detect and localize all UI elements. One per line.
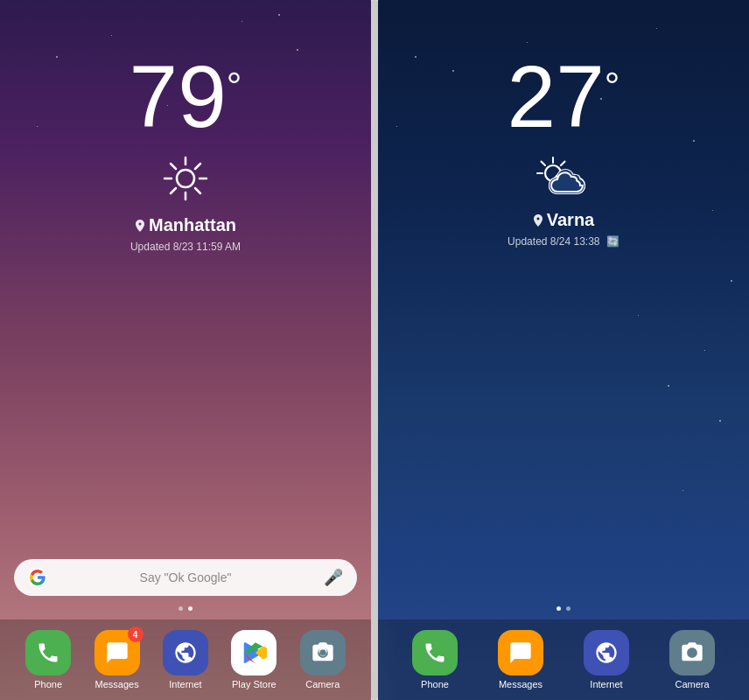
dots-indicator-left [0,606,371,611]
messages-label-left: Messages [95,679,139,690]
internet-label-left: Internet [169,679,201,690]
phone-svg-right [423,640,447,665]
app-phone-right[interactable]: Phone [410,630,459,690]
dock-left: Phone 4 Messages Internet [0,620,371,700]
search-hint-left[interactable]: Say "Ok Google" [56,570,315,584]
camera-label-right: Camera [675,679,709,690]
messages-label-right: Messages [499,679,542,690]
sun-icon [161,154,210,203]
dots-indicator-right [378,606,749,611]
dot-1-right [556,606,561,611]
spacer-right [378,330,749,607]
playstore-label-left: Play Store [232,679,276,690]
updated-text-right: Updated 8/24 13:38 🔄 [508,235,620,248]
messages-svg-right [508,640,533,665]
svg-line-16 [561,162,565,166]
app-playstore-left[interactable]: Play Store [229,630,278,690]
svg-line-14 [542,162,546,166]
temperature-right: 27 ° [508,52,620,140]
phone-icon-left[interactable] [25,630,71,676]
messages-icon-left[interactable]: 4 [94,630,140,676]
search-bar-left[interactable]: Say "Ok Google" 🎤 [14,559,357,596]
dot-2-left [188,606,192,611]
internet-icon-left[interactable] [163,630,208,676]
app-internet-left[interactable]: Internet [161,630,210,690]
svg-line-8 [171,188,176,193]
internet-svg-right [594,640,619,665]
search-bar-container-left: Say "Ok Google" 🎤 [0,559,371,596]
internet-svg-left [173,640,198,665]
camera-icon-left[interactable] [300,630,346,676]
phone-icon-right[interactable] [412,630,458,676]
temperature-left: 79 ° [130,52,242,140]
app-messages-right[interactable]: Messages [496,630,545,690]
internet-label-right: Internet [590,679,622,690]
dot-1-left [178,606,183,611]
svg-line-7 [195,164,200,169]
weather-section-left: 79 ° Manhattan Updated 8/23 [0,0,371,559]
camera-svg-left [311,640,335,665]
right-screen: 27 ° [378,0,749,700]
weather-icon-right [534,154,593,201]
app-messages-left[interactable]: 4 Messages [93,630,142,690]
phone-divider [371,0,378,700]
camera-svg-right [680,640,704,665]
svg-line-6 [195,188,200,193]
app-camera-left[interactable]: Camera [298,630,347,690]
app-internet-right[interactable]: Internet [582,630,631,690]
weather-icon-left [161,154,210,206]
dot-2-right [566,606,570,611]
app-camera-right[interactable]: Camera [668,630,717,690]
dock-right: Phone Messages Internet [378,620,749,700]
google-logo-left [28,568,47,587]
internet-icon-right[interactable] [584,630,629,676]
location-pin-icon-left [135,220,145,232]
messages-badge-left: 4 [128,626,144,642]
location-row-right: Varna [533,210,594,230]
playstore-svg-left [241,640,267,666]
google-g-icon [30,570,46,585]
weather-section-right: 27 ° [378,0,749,330]
phone-label-left: Phone [34,679,62,690]
phone-label-right: Phone [421,679,449,690]
camera-icon-right[interactable] [669,630,715,676]
messages-svg-left [105,640,130,665]
location-row-left: Manhattan [135,215,236,235]
mic-icon-left[interactable]: 🎤 [324,568,343,587]
location-name-left: Manhattan [149,215,236,235]
app-phone-left[interactable]: Phone [24,630,73,690]
updated-text-left: Updated 8/23 11:59 AM [130,241,241,253]
svg-point-0 [177,170,194,187]
location-name-right: Varna [547,210,594,230]
partly-cloudy-icon [534,154,593,198]
left-screen: 79 ° Manhattan Updated 8/23 [0,0,371,700]
location-pin-icon-right [533,214,543,227]
phone-svg-left [36,640,60,665]
svg-line-5 [171,164,176,169]
messages-icon-right[interactable] [498,630,543,676]
camera-label-left: Camera [305,679,340,690]
playstore-icon-left[interactable] [231,630,276,676]
